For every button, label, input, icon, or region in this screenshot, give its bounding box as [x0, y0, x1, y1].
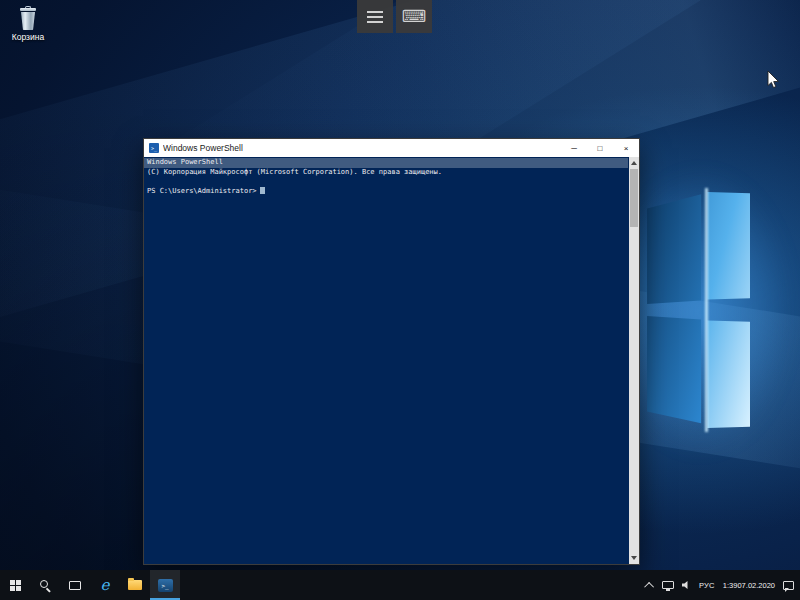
console-banner-line: Windows PowerShell	[144, 158, 628, 168]
console-scrollbar[interactable]	[629, 157, 639, 564]
network-icon	[662, 581, 674, 589]
network-status-button[interactable]	[662, 581, 674, 589]
console-menu-button[interactable]	[357, 0, 393, 33]
folder-icon	[128, 580, 142, 590]
vm-console-toolbar: ⌨	[357, 0, 432, 33]
recycle-bin-desktop-icon[interactable]: Корзина	[2, 6, 54, 42]
scrollbar-thumb[interactable]	[630, 169, 638, 227]
desktop-screen: Корзина ⌨ >_ Windows PowerShell ─ □ × Wi…	[0, 0, 800, 600]
powershell-window-icon: >_	[149, 143, 159, 153]
hidden-icons-button[interactable]	[647, 582, 654, 589]
taskbar: e >_ РУС 1:39 07.02.20	[0, 570, 800, 600]
internet-explorer-icon: e	[101, 578, 110, 593]
console-copyright-line: (C) Корпорация Майкрософт (Microsoft Cor…	[147, 168, 625, 178]
search-button[interactable]	[30, 570, 60, 600]
windows-start-icon	[10, 580, 21, 591]
volume-button[interactable]	[682, 581, 691, 590]
system-tray: РУС 1:39 07.02.2020	[641, 570, 800, 600]
speaker-icon	[682, 581, 691, 590]
virtual-keyboard-button[interactable]: ⌨	[396, 0, 432, 33]
powershell-window: >_ Windows PowerShell ─ □ × Windows Powe…	[143, 138, 640, 565]
recycle-bin-icon	[17, 6, 39, 30]
task-view-button[interactable]	[60, 570, 90, 600]
chevron-up-icon	[644, 581, 654, 591]
scroll-down-icon[interactable]	[631, 556, 637, 560]
close-button[interactable]: ×	[613, 139, 639, 157]
internet-explorer-button[interactable]: e	[90, 570, 120, 600]
file-explorer-button[interactable]	[120, 570, 150, 600]
taskbar-clock[interactable]: 1:39 07.02.2020	[723, 581, 775, 590]
start-button[interactable]	[0, 570, 30, 600]
powershell-icon: >_	[158, 579, 173, 592]
prompt-text: PS C:\Users\Administrator>	[147, 187, 257, 195]
window-controls: ─ □ ×	[561, 139, 639, 157]
task-view-icon	[69, 581, 81, 590]
action-center-button[interactable]	[783, 581, 794, 590]
minimize-button[interactable]: ─	[561, 139, 587, 157]
language-indicator[interactable]: РУС	[699, 581, 715, 590]
console-prompt-line: PS C:\Users\Administrator>	[147, 187, 625, 197]
text-cursor	[260, 187, 265, 194]
maximize-button[interactable]: □	[587, 139, 613, 157]
console-blank-line	[147, 177, 625, 187]
keyboard-icon: ⌨	[402, 8, 427, 25]
clock-date: 07.02.2020	[737, 581, 775, 590]
action-center-icon	[783, 581, 794, 590]
scroll-up-icon[interactable]	[631, 161, 637, 165]
search-icon	[40, 580, 51, 591]
window-titlebar[interactable]: >_ Windows PowerShell ─ □ ×	[144, 139, 639, 157]
powershell-taskbar-button[interactable]: >_	[150, 570, 180, 600]
console-output-area[interactable]: Windows PowerShell (C) Корпорация Майкро…	[144, 157, 639, 564]
hamburger-icon	[367, 11, 383, 23]
window-title: Windows PowerShell	[163, 143, 561, 153]
recycle-bin-label: Корзина	[12, 32, 44, 42]
clock-time: 1:39	[723, 581, 738, 590]
